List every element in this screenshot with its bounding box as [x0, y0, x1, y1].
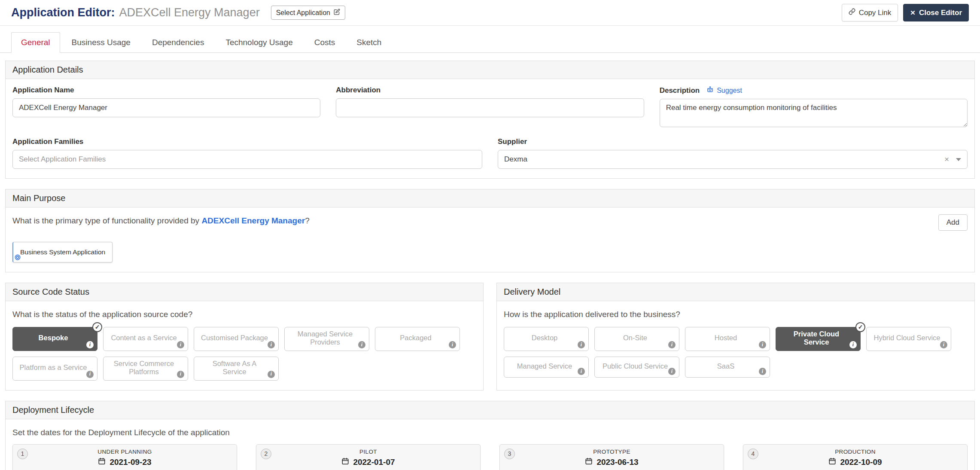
lifecycle-stage-under-planning[interactable]: 1 UNDER PLANNING 2021-09-23 — [12, 444, 237, 470]
option-saas[interactable]: SaaS i — [685, 357, 770, 378]
application-details-title: Application Details — [6, 61, 974, 79]
abbreviation-label: Abbreviation — [336, 86, 644, 95]
calendar-icon — [341, 457, 349, 467]
option-platform-as-a-service[interactable]: Platform as a Service i — [12, 357, 97, 381]
info-icon[interactable]: i — [578, 341, 585, 348]
tab-sketch[interactable]: Sketch — [347, 32, 391, 53]
info-icon[interactable]: i — [358, 341, 365, 348]
info-icon[interactable]: i — [668, 368, 676, 375]
info-icon[interactable]: i — [449, 341, 456, 348]
option-packaged[interactable]: Packaged i — [375, 327, 460, 351]
info-icon[interactable]: i — [668, 341, 676, 348]
lifecycle-stage-production[interactable]: 4 PRODUCTION 2022-10-09 — [743, 444, 968, 470]
edit-icon — [334, 9, 340, 17]
lifecycle-stage-pilot[interactable]: 2 PILOT 2022-01-07 — [256, 444, 481, 470]
delivery-model-question: How is the application delivered to the … — [504, 310, 968, 319]
tab-costs[interactable]: Costs — [304, 32, 345, 53]
app-header: Application Editor: ADEXCell Energy Mana… — [0, 0, 980, 26]
suggest-label: Suggest — [717, 87, 742, 95]
info-icon[interactable]: i — [86, 371, 94, 378]
source-code-status-title: Source Code Status — [6, 283, 483, 301]
section-source-code-status: Source Code Status What is the status of… — [5, 283, 484, 391]
info-icon[interactable]: i — [177, 341, 184, 348]
tab-dependencies[interactable]: Dependencies — [142, 32, 214, 53]
main-purpose-question: What is the primary type of functionalit… — [12, 216, 310, 226]
select-application-label: Select Application — [276, 9, 330, 17]
option-on-site[interactable]: On-Site i — [594, 327, 679, 351]
section-delivery-model: Delivery Model How is the application de… — [496, 283, 975, 391]
abbreviation-input[interactable] — [336, 98, 644, 117]
application-name-input[interactable] — [12, 98, 320, 117]
bullseye-icon — [14, 254, 21, 262]
application-families-input[interactable] — [12, 150, 482, 169]
section-application-details: Application Details Application Name Abb… — [5, 61, 975, 179]
info-icon[interactable]: i — [86, 341, 94, 348]
section-deployment-lifecycle: Deployment Lifecycle Set the dates for t… — [5, 401, 975, 470]
info-icon[interactable]: i — [268, 341, 275, 348]
option-public-cloud-service[interactable]: Public Cloud Service i — [594, 357, 679, 378]
info-icon[interactable]: i — [578, 368, 585, 375]
close-editor-button[interactable]: ✕ Close Editor — [903, 4, 969, 21]
add-purpose-button[interactable]: Add — [938, 214, 968, 231]
option-service-commerce-platforms[interactable]: Service Commerce Platforms i — [103, 357, 188, 381]
supplier-select[interactable]: Dexma × — [498, 150, 968, 169]
description-label: Description — [660, 86, 700, 95]
main-purpose-title: Main Purpose — [6, 189, 974, 208]
question-app-name-link[interactable]: ADEXCell Energy Manager — [201, 216, 305, 225]
copy-link-button[interactable]: Copy Link — [842, 4, 898, 21]
stage-number-badge: 2 — [261, 449, 271, 459]
option-desktop[interactable]: Desktop i — [504, 327, 589, 351]
calendar-icon — [828, 457, 836, 467]
supplier-dropdown-icon[interactable] — [956, 158, 961, 161]
tab-business-usage[interactable]: Business Usage — [62, 32, 140, 53]
option-content-as-a-service[interactable]: Content as a Service i — [103, 327, 188, 351]
page-title: Application Editor: — [11, 6, 115, 19]
tab-technology-usage[interactable]: Technology Usage — [216, 32, 302, 53]
close-icon: ✕ — [910, 9, 916, 17]
info-icon[interactable]: i — [759, 368, 766, 375]
stage-number-badge: 4 — [748, 449, 758, 459]
copy-link-label: Copy Link — [859, 9, 892, 17]
select-application-button[interactable]: Select Application — [271, 6, 345, 20]
option-managed-service-providers[interactable]: Managed Service Providers i — [284, 327, 369, 351]
calendar-icon — [585, 457, 593, 467]
supplier-value: Dexma — [504, 155, 944, 164]
application-families-label: Application Families — [12, 137, 482, 146]
supplier-label: Supplier — [498, 137, 968, 146]
suggest-link[interactable]: Suggest — [706, 86, 742, 95]
stage-number-badge: 3 — [504, 449, 515, 459]
main-purpose-chip-label: Business System Application — [20, 248, 105, 256]
option-managed-service[interactable]: Managed Service i — [504, 357, 589, 378]
check-icon: ✓ — [92, 322, 102, 332]
lifecycle-stage-prototype[interactable]: 3 PROTOTYPE 2023-06-13 — [499, 444, 724, 470]
page-app-name: ADEXCell Energy Manager — [119, 6, 259, 19]
option-hosted[interactable]: Hosted i — [685, 327, 770, 351]
info-icon[interactable]: i — [759, 341, 766, 348]
option-software-as-a-service[interactable]: Software As A Service i — [194, 357, 279, 381]
option-hybrid-cloud-service[interactable]: Hybrid Cloud Service i — [866, 327, 951, 351]
info-icon[interactable]: i — [177, 371, 184, 378]
info-icon[interactable]: i — [940, 341, 947, 348]
delivery-model-title: Delivery Model — [497, 283, 974, 301]
option-private-cloud-service[interactable]: Private Cloud Service ✓ i — [776, 327, 861, 351]
check-icon: ✓ — [855, 322, 865, 332]
tab-general[interactable]: General — [11, 32, 60, 53]
lifecycle-grid: 1 UNDER PLANNING 2021-09-23 2 PILOT 2022… — [12, 444, 968, 470]
description-textarea[interactable]: Real time energy consumption monitoring … — [660, 99, 968, 127]
application-name-label: Application Name — [12, 86, 320, 95]
close-editor-label: Close Editor — [919, 9, 962, 17]
calendar-icon — [98, 457, 106, 467]
option-bespoke[interactable]: Bespoke ✓ i — [12, 327, 97, 351]
supplier-clear-icon[interactable]: × — [944, 155, 949, 164]
deployment-lifecycle-title: Deployment Lifecycle — [6, 401, 974, 419]
link-icon — [849, 8, 855, 17]
deployment-lifecycle-description: Set the dates for the Deployment Lifecyc… — [12, 428, 968, 437]
info-icon[interactable]: i — [849, 341, 857, 348]
robot-icon — [706, 86, 714, 95]
tab-bar: General Business Usage Dependencies Tech… — [0, 26, 980, 53]
info-icon[interactable]: i — [268, 371, 275, 378]
stage-number-badge: 1 — [17, 449, 28, 459]
section-main-purpose: Main Purpose What is the primary type of… — [5, 189, 975, 272]
main-purpose-chip[interactable]: Business System Application — [12, 242, 113, 262]
option-customised-package[interactable]: Customised Package i — [194, 327, 279, 351]
